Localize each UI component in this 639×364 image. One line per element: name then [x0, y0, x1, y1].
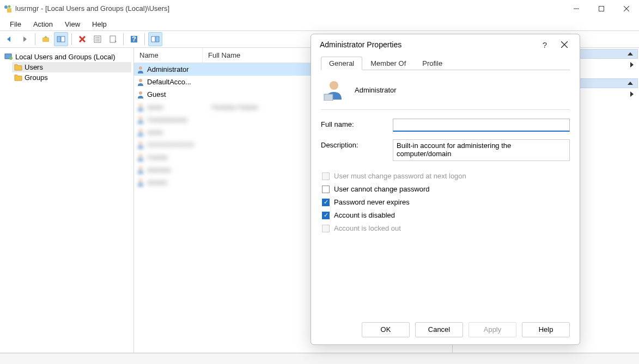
user-icon	[136, 153, 145, 162]
description-input[interactable]	[393, 139, 570, 161]
user-icon	[136, 140, 145, 149]
dialog-tabs: General Member Of Profile	[321, 56, 570, 70]
collapse-icon	[628, 82, 633, 85]
apply-button[interactable]: Apply	[468, 322, 516, 337]
cancel-button[interactable]: Cancel	[415, 322, 463, 337]
svg-point-24	[139, 79, 142, 82]
user-large-icon	[323, 79, 345, 101]
back-button[interactable]	[2, 32, 16, 46]
user-icon	[136, 128, 145, 137]
delete-button[interactable]	[75, 32, 89, 46]
separator	[123, 33, 124, 45]
dialog-titlebar[interactable]: Administrator Properties ?	[311, 34, 580, 55]
menu-bar: File Action View Help	[0, 17, 639, 30]
user-icon	[136, 78, 145, 87]
svg-point-25	[139, 91, 142, 95]
checkbox-icon	[322, 172, 330, 180]
tab-profile[interactable]: Profile	[414, 57, 451, 70]
check-cannot-change[interactable]: User cannot change password	[321, 185, 570, 193]
column-name[interactable]: Name	[134, 48, 203, 63]
tree-groups-label: Groups	[25, 73, 48, 82]
check-label: Password never expires	[334, 198, 410, 206]
user-icon	[136, 103, 145, 112]
folder-icon	[14, 64, 22, 71]
tree-users-label: Users	[25, 63, 43, 71]
svg-point-30	[139, 154, 142, 157]
properties-button[interactable]	[90, 32, 105, 46]
tab-memberof[interactable]: Member Of	[362, 57, 414, 70]
fullname-input[interactable]	[393, 119, 570, 132]
tree-root-label: Local Users and Groups (Local)	[15, 53, 115, 61]
svg-point-27	[139, 116, 142, 120]
menu-help[interactable]: Help	[87, 19, 112, 29]
help-button[interactable]: Help	[522, 322, 570, 337]
check-label: User must change password at next logon	[334, 172, 466, 180]
check-locked: Account is locked out	[321, 224, 570, 232]
svg-rect-9	[61, 36, 65, 42]
dialog-username: Administrator	[355, 86, 397, 94]
more-icon	[630, 62, 634, 67]
computer-icon	[4, 52, 13, 61]
svg-rect-1	[7, 8, 11, 13]
help-button[interactable]: ?	[127, 32, 141, 46]
maximize-button[interactable]	[589, 0, 614, 17]
svg-rect-16	[110, 36, 115, 42]
check-never-expires[interactable]: Password never expires	[321, 198, 570, 206]
menu-view[interactable]: View	[59, 19, 86, 29]
menu-file[interactable]: File	[4, 19, 27, 29]
close-button[interactable]	[614, 0, 639, 17]
minimize-button[interactable]	[564, 0, 589, 17]
window-controls	[564, 0, 639, 17]
dialog-title: Administrator Properties	[320, 40, 535, 49]
status-bar	[0, 353, 639, 364]
fullname-label: Full name:	[321, 119, 386, 128]
collapse-icon	[628, 52, 633, 55]
up-button[interactable]	[39, 32, 53, 46]
more-icon	[630, 91, 634, 97]
tree-root[interactable]: Local Users and Groups (Local)	[2, 51, 131, 62]
check-label: Account is locked out	[334, 224, 401, 232]
tree-pane[interactable]: Local Users and Groups (Local) Users Gro…	[0, 48, 134, 353]
dialog-close-button[interactable]	[555, 36, 574, 53]
checkbox-icon[interactable]	[322, 186, 330, 193]
checkbox-icon	[322, 225, 330, 232]
user-icon	[136, 65, 145, 74]
svg-rect-7	[42, 38, 49, 42]
user-icon	[136, 178, 145, 187]
field-description: Description:	[321, 139, 570, 161]
svg-point-31	[139, 166, 142, 170]
export-list-button[interactable]	[106, 32, 120, 46]
check-label: Account is disabled	[334, 211, 395, 219]
show-console-tree-button[interactable]	[54, 32, 68, 46]
svg-point-32	[139, 179, 142, 182]
user-icon	[136, 165, 145, 174]
checkbox-icon[interactable]	[322, 212, 330, 219]
window-title: lusrmgr - [Local Users and Groups (Local…	[15, 4, 564, 13]
tree-groups[interactable]: Groups	[12, 72, 131, 83]
ok-button[interactable]: OK	[362, 322, 410, 337]
svg-point-28	[139, 129, 142, 132]
cell-name: Guest	[147, 90, 210, 98]
dialog-help-button[interactable]: ?	[535, 36, 555, 53]
user-icon	[136, 90, 145, 99]
check-disabled[interactable]: Account is disabled	[321, 211, 570, 219]
dialog-body: General Member Of Profile Administrator …	[311, 55, 580, 314]
menu-action[interactable]: Action	[28, 19, 58, 29]
dialog-footer: OK Cancel Apply Help	[311, 314, 580, 344]
forward-button[interactable]	[17, 32, 32, 46]
properties-dialog: Administrator Properties ? General Membe…	[311, 34, 580, 345]
check-label: User cannot change password	[334, 185, 430, 193]
tree-users[interactable]: Users	[12, 62, 131, 72]
action-pane-button[interactable]	[148, 32, 162, 46]
svg-rect-19	[151, 36, 155, 42]
checkbox-icon[interactable]	[322, 199, 330, 206]
dialog-user-header: Administrator	[321, 72, 570, 110]
title-bar: lusrmgr - [Local Users and Groups (Local…	[0, 0, 639, 17]
svg-point-2	[8, 5, 11, 8]
cell-name: DefaultAcco...	[147, 78, 210, 86]
field-fullname: Full name:	[321, 119, 570, 132]
svg-point-23	[139, 66, 142, 70]
svg-point-35	[330, 81, 338, 90]
tab-general[interactable]: General	[321, 57, 362, 70]
user-icon	[136, 115, 145, 124]
